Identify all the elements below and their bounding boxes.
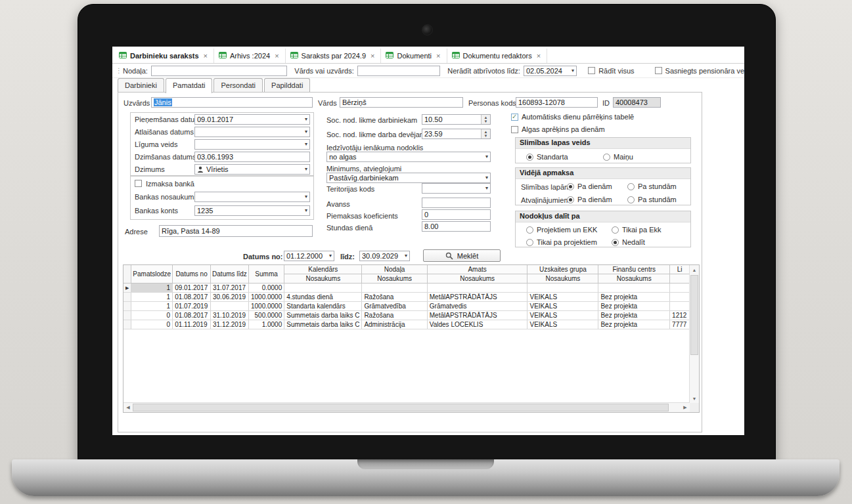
table-cell[interactable]: 01.11.2019 [173, 320, 211, 329]
column-header[interactable]: Uzskaites grupa [527, 265, 598, 274]
table-cell[interactable]: 31.12.2019 [211, 320, 249, 329]
personas-kods-input[interactable]: 160893-12078 [516, 97, 598, 108]
slimibas-pa-stundam-radio[interactable] [627, 183, 635, 190]
column-header[interactable]: Datums no [173, 265, 211, 284]
soc-devejam-spinner[interactable]: 23.59▲▼ [422, 129, 491, 139]
vards-input[interactable]: Bērziņš [340, 97, 463, 108]
table-row[interactable]: 001.11.201931.12.20191.0000Summetais dar… [123, 320, 690, 329]
tab-dokumentu-redaktors[interactable]: Dokumentu redaktors × [447, 49, 548, 63]
standarta-radio[interactable] [526, 154, 533, 161]
subtab-papilddati[interactable]: Papilddati [264, 78, 310, 92]
scroll-right-icon[interactable]: ▶ [681, 403, 690, 412]
table-cell[interactable]: 0 [131, 320, 173, 329]
table-cell[interactable]: 30.06.2019 [211, 293, 249, 302]
table-cell[interactable]: VEIKALS [527, 293, 598, 302]
close-icon[interactable]: × [436, 52, 440, 60]
table-row[interactable]: 001.08.201731.10.2019500.0000Summetais d… [123, 311, 690, 320]
nodala-input[interactable] [151, 66, 287, 76]
table-cell[interactable]: Ražošana [362, 293, 427, 302]
table-cell[interactable]: Administrācija [362, 320, 427, 329]
table-cell[interactable]: 1 [131, 302, 173, 311]
table-cell[interactable]: Standarta kalendārs [284, 302, 362, 311]
table-cell[interactable]: Bez projekta [598, 293, 670, 302]
radit-visus-checkbox[interactable] [588, 67, 595, 74]
column-header[interactable]: Nodaļa [362, 265, 427, 274]
column-header[interactable]: Finanšu centrs [598, 265, 670, 274]
column-subheader[interactable]: Nosaukums [527, 274, 598, 284]
table-cell[interactable]: Summetais darba laiks C [284, 320, 362, 329]
table-cell[interactable]: Bez projekta [598, 311, 670, 320]
table-cell[interactable]: 1 [131, 284, 173, 293]
table-cell[interactable]: 01.08.2017 [173, 293, 211, 302]
table-cell[interactable]: VEIKALS [527, 320, 598, 329]
subtab-darbinieki[interactable]: Darbinieki [118, 78, 164, 92]
meklet-button[interactable]: Meklēt [423, 249, 501, 262]
table-cell[interactable] [211, 302, 249, 311]
minimums-combo[interactable]: Pastāvīg.darbiniekam▾ [326, 173, 491, 183]
table-cell[interactable]: 31.10.2019 [211, 311, 249, 320]
table-cell[interactable]: 7777 [670, 320, 690, 329]
column-subheader[interactable]: Nosaukums [427, 274, 527, 284]
tikai-pa-projektiem-radio[interactable] [526, 239, 533, 246]
table-cell[interactable]: Summetais darba laiks C [284, 311, 362, 320]
column-header[interactable]: Summa [248, 265, 284, 284]
uzvards-input[interactable]: Jānis [151, 97, 313, 108]
subtab-persondati[interactable]: Persondati [213, 78, 263, 92]
table-cell[interactable]: 1000.0000 [248, 293, 284, 302]
table-cell[interactable]: 01.08.2017 [173, 311, 211, 320]
scroll-down-icon[interactable]: ▼ [690, 394, 699, 403]
stundas-diena-input[interactable]: 8.00 [422, 221, 491, 232]
vards-filter-input[interactable] [357, 66, 440, 76]
lidz-combo[interactable]: 30.09.2029▾ [359, 251, 410, 261]
column-header[interactable]: Amats [427, 265, 527, 274]
izmaksa-banka-checkbox[interactable] [135, 180, 142, 187]
liguma-veids-combo[interactable]: ▾ [194, 139, 310, 150]
column-header[interactable]: Li [670, 265, 690, 274]
algas-aprekins-checkbox[interactable] [511, 126, 518, 133]
tab-darbinieku-saraksts[interactable]: Darbinieku saraksts × [114, 49, 214, 63]
column-header[interactable]: Kalendārs [284, 265, 362, 274]
column-header[interactable]: Pamatslodze [131, 265, 173, 284]
bankas-konts-combo[interactable]: 1235▾ [194, 205, 310, 216]
spinner-arrows-icon[interactable]: ▲▼ [481, 115, 490, 124]
table-cell[interactable]: Grāmatvedis [427, 302, 527, 311]
close-icon[interactable]: × [537, 52, 541, 60]
table-cell[interactable]: 1212 [670, 311, 690, 320]
table-cell[interactable]: 1000.0000 [248, 302, 284, 311]
auto-parrekins-checkbox[interactable] [511, 114, 518, 121]
table-cell[interactable] [284, 284, 362, 293]
table-row[interactable]: 101.08.201730.06.20191000.00004.stundas … [123, 293, 690, 302]
table-cell[interactable] [427, 284, 527, 293]
table-cell[interactable] [670, 302, 690, 311]
pienemsanas-combo[interactable]: 09.01.2017▾ [194, 114, 310, 125]
table-cell[interactable]: 0 [131, 311, 173, 320]
table-cell[interactable]: 500.0000 [248, 311, 284, 320]
bankas-nosaukums-combo[interactable]: ▾ [194, 192, 310, 202]
table-cell[interactable]: Bez projekta [598, 320, 670, 329]
soc-darbiniekam-spinner[interactable]: 10.50▲▼ [422, 114, 491, 125]
table-cell[interactable]: 01.07.2019 [173, 302, 211, 311]
projektiem-ekk-radio[interactable] [526, 226, 533, 234]
table-cell[interactable] [598, 284, 670, 293]
spinner-arrows-icon[interactable]: ▲▼ [481, 129, 490, 138]
teritorijas-combo[interactable]: ▾ [422, 183, 491, 194]
table-cell[interactable]: Ražošana [362, 311, 427, 320]
nedalit-radio[interactable] [612, 239, 619, 246]
avanss-input[interactable] [422, 198, 491, 208]
vertical-scrollbar[interactable]: ▲ ▼ [689, 265, 699, 403]
atvalinajumiem-pa-stundam-radio[interactable] [627, 196, 635, 203]
table-cell[interactable]: 31.07.2017 [211, 284, 249, 293]
toolbar-grip-icon[interactable]: ⋮ [116, 67, 120, 74]
table-cell[interactable]: MetālAPSTRĀDĀTĀJS [427, 311, 527, 320]
close-icon[interactable]: × [275, 52, 279, 60]
table-cell[interactable] [670, 284, 690, 293]
tab-arhivs[interactable]: Arhivs :2024 × [214, 49, 286, 63]
mainu-radio[interactable] [603, 154, 610, 161]
horizontal-scrollbar[interactable]: ◀ ▶ [123, 402, 690, 412]
table-cell[interactable]: 09.01.2017 [173, 284, 211, 293]
table-cell[interactable]: 4.stundas dienā [284, 293, 362, 302]
scroll-left-icon[interactable]: ◀ [123, 403, 133, 412]
tab-dokumenti[interactable]: Dokumenti × [381, 49, 447, 63]
slimibas-pa-dienam-radio[interactable] [567, 183, 574, 190]
datums-no-combo[interactable]: 01.12.2000▾ [284, 251, 334, 261]
